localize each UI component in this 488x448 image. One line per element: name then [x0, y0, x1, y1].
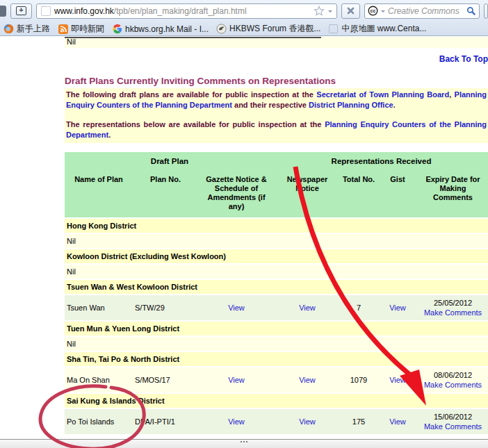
bookmark-item[interactable]: HKBWS Forum 香港觀...	[216, 23, 320, 35]
gist-cell: View	[377, 295, 418, 320]
page-viewport: Nil Back To Top Draft Plans Currently In…	[0, 37, 488, 439]
url-bar[interactable]: www.info.gov.hk/tpb/en/plan_making/draft…	[36, 3, 337, 19]
newspaper-cell: View	[275, 409, 340, 434]
status-bar	[0, 439, 488, 448]
column-header: Gazette Notice & Schedule of Amendments …	[198, 168, 275, 217]
table-header: Draft PlanRepresentations ReceivedName o…	[65, 152, 488, 217]
page-title: Draft Plans Currently Inviting Comments …	[65, 76, 488, 86]
intro-text: .	[108, 131, 111, 139]
intro-text: and their respective	[232, 101, 309, 109]
search-input[interactable]: Creative Commons	[388, 6, 464, 16]
expiry-date: 15/06/2012	[420, 412, 486, 422]
expiry-cell: 15/06/2012Make Comments	[418, 409, 488, 434]
back-to-top-link-top[interactable]: Back To Top	[65, 54, 488, 64]
gist-view-link[interactable]: View	[389, 417, 406, 426]
bookmark-item[interactable]: 新手上路	[3, 23, 50, 35]
column-header: Plan No.	[133, 168, 198, 217]
expiry-date: 08/06/2012	[420, 370, 486, 380]
google-icon	[112, 24, 122, 34]
browser-chrome: www.info.gov.hk/tpb/en/plan_making/draft…	[0, 0, 488, 36]
favicon-placeholder-icon	[41, 6, 51, 16]
newspaper-cell: View	[275, 367, 340, 392]
plan-no-cell: DPA/I-PTI/1	[133, 409, 198, 434]
search-engine-dropdown-icon[interactable]	[381, 10, 385, 15]
district-label: Hong Kong District	[65, 219, 488, 233]
plan-no-cell: S/MOS/17	[133, 367, 198, 392]
url-text: www.info.gov.hk/tpb/en/plan_making/draft…	[54, 6, 310, 16]
district-label: Kowloon District (Excluding West Kowloon…	[65, 249, 488, 263]
clipped-toolbar-button[interactable]	[0, 6, 6, 17]
newspaper-view-link[interactable]: View	[299, 376, 316, 384]
url-host: www.info.gov.hk	[54, 6, 114, 16]
district-row: Kowloon District (Excluding West Kowloon…	[65, 249, 488, 263]
new-tab-button[interactable]	[10, 3, 32, 19]
nil-label: Nil	[65, 265, 488, 279]
gist-cell: View	[377, 409, 418, 434]
firefox-icon	[3, 24, 14, 34]
plan-row: Ma On ShanS/MOS/17ViewView1079View08/06/…	[65, 367, 488, 392]
creative-commons-icon[interactable]: cc	[368, 6, 378, 16]
district-label: Sai Kung & Islands District	[65, 394, 488, 408]
bookmark-star-icon[interactable]	[314, 6, 325, 16]
intro-link[interactable]: District Planning Office	[309, 101, 393, 109]
nil-label: Nil	[65, 234, 488, 248]
stop-button[interactable]	[341, 3, 360, 19]
gazette-view-link[interactable]: View	[228, 376, 245, 384]
newspaper-view-link[interactable]: View	[299, 417, 316, 426]
intro-paragraph: The representations below are available …	[66, 119, 487, 140]
rss-icon	[58, 24, 68, 34]
gist-view-link[interactable]: View	[389, 304, 406, 312]
plan-row: Po Toi IslandsDPA/I-PTI/1ViewView175View…	[65, 409, 488, 434]
gazette-view-link[interactable]: View	[228, 417, 245, 426]
make-comments-link[interactable]: Make Comments	[420, 308, 486, 317]
expiry-cell: 25/05/2012Make Comments	[418, 295, 488, 320]
draft-plans-table: Hong Kong DistrictNilKowloon District (E…	[65, 217, 488, 435]
total-cell: 1079	[340, 367, 377, 392]
nil-row: Nil	[65, 337, 488, 351]
bookmark-label: HKBWS Forum 香港觀...	[229, 23, 320, 35]
clipped-right-button[interactable]	[484, 3, 488, 19]
intro-block: The following draft plans are available …	[65, 88, 488, 143]
intro-text: The following draft plans are available …	[66, 90, 316, 99]
newspaper-cell: View	[275, 295, 340, 320]
nil-row: Nil	[65, 234, 488, 248]
district-label: Sha Tin, Tai Po & North District	[65, 352, 488, 366]
column-header: Expiry Date for Making Comments	[418, 168, 488, 217]
bookmark-label: hkbws.org.hk Mail - I...	[125, 24, 209, 34]
intro-paragraph: The following draft plans are available …	[66, 90, 487, 110]
bookmark-item[interactable]: 即時新聞	[58, 23, 104, 35]
dotted-icon	[328, 24, 339, 34]
newspaper-view-link[interactable]: View	[299, 304, 316, 312]
expiry-cell: 08/06/2012Make Comments	[418, 367, 488, 392]
group-header: Representations Received	[275, 152, 488, 168]
plus-in-box-icon	[16, 6, 26, 15]
district-row: Sha Tin, Tai Po & North District	[65, 352, 488, 366]
column-header: Gist	[377, 168, 418, 217]
plan-name-cell: Tsuen Wan	[65, 295, 133, 320]
plan-row: Tsuen WanS/TW/29ViewView7View25/05/2012M…	[65, 295, 488, 320]
column-header: Newspaper Notice	[275, 168, 340, 217]
gist-cell: View	[377, 367, 418, 392]
plan-no-cell: S/TW/29	[133, 295, 198, 320]
magnifier-icon[interactable]	[466, 6, 476, 16]
previous-table-edge	[65, 37, 321, 38]
grip-dots-icon[interactable]	[241, 441, 242, 442]
urlbar-dropdown-icon[interactable]	[328, 10, 332, 15]
bookmark-item[interactable]: hkbws.org.hk Mail - I...	[112, 24, 209, 34]
total-cell: 175	[340, 409, 377, 434]
gazette-view-link[interactable]: View	[228, 304, 245, 312]
bookmark-label: 即時新聞	[71, 23, 104, 35]
url-path: /tpb/en/plan_making/draft_plan.html	[114, 6, 247, 16]
gist-view-link[interactable]: View	[389, 376, 406, 384]
district-label: Tsuen Wan & West Kowloon District	[65, 280, 488, 294]
make-comments-link[interactable]: Make Comments	[420, 380, 486, 390]
intro-text: The representations below are available …	[66, 120, 325, 128]
group-header: Draft Plan	[65, 152, 275, 168]
make-comments-link[interactable]: Make Comments	[420, 422, 486, 431]
expiry-date: 25/05/2012	[420, 298, 486, 308]
bookmark-item[interactable]: 中原地圖 www.Centa...	[328, 23, 426, 35]
intro-link[interactable]: Secretariat of Town Planning Board	[316, 90, 449, 99]
search-box[interactable]: cc Creative Commons	[364, 3, 480, 19]
gazette-cell: View	[198, 409, 275, 434]
district-row: Hong Kong District	[65, 219, 488, 233]
